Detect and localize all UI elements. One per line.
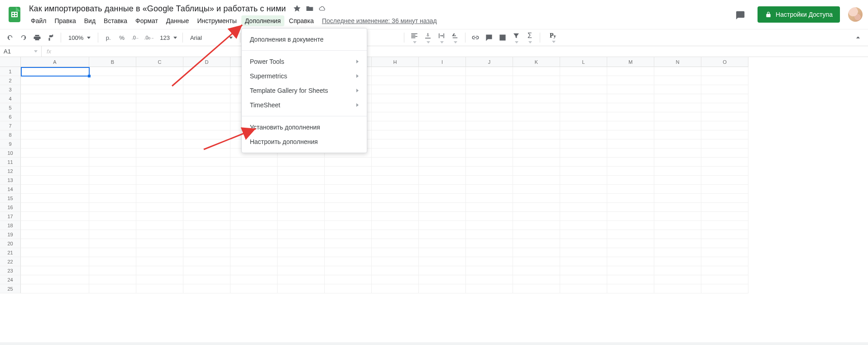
cell[interactable] <box>419 67 466 76</box>
cell[interactable] <box>21 221 89 230</box>
cell[interactable] <box>419 248 466 257</box>
cell[interactable] <box>89 221 136 230</box>
row-header[interactable]: 3 <box>0 85 21 94</box>
cell[interactable] <box>466 266 513 275</box>
cell[interactable] <box>183 76 230 85</box>
cell[interactable] <box>654 139 701 149</box>
cell[interactable] <box>701 203 748 212</box>
cell[interactable] <box>607 149 654 158</box>
cell[interactable] <box>466 149 513 158</box>
dd-doc-addons[interactable]: Дополнения в документе <box>242 32 367 47</box>
cell[interactable] <box>701 239 748 248</box>
cell[interactable] <box>701 257 748 266</box>
cell[interactable] <box>654 239 701 248</box>
cell[interactable] <box>560 248 607 257</box>
cell[interactable] <box>372 85 419 94</box>
row-header[interactable]: 11 <box>0 158 21 167</box>
cell[interactable] <box>607 94 654 103</box>
cell[interactable] <box>325 212 372 221</box>
cell[interactable] <box>136 149 183 158</box>
cell[interactable] <box>278 221 325 230</box>
cell[interactable] <box>513 176 560 185</box>
cell[interactable] <box>466 257 513 266</box>
cell[interactable] <box>607 158 654 167</box>
cell[interactable] <box>136 158 183 167</box>
cell[interactable] <box>607 76 654 85</box>
cell[interactable] <box>136 230 183 239</box>
cell[interactable] <box>278 167 325 176</box>
cell[interactable] <box>230 176 278 185</box>
dd-addon-timesheet[interactable]: TimeSheet <box>242 98 367 112</box>
column-header[interactable]: D <box>183 57 230 67</box>
row-header[interactable]: 19 <box>0 230 21 239</box>
text-rotation-button[interactable] <box>449 31 461 44</box>
cell[interactable] <box>513 167 560 176</box>
comments-button[interactable] <box>731 5 749 24</box>
cell[interactable] <box>89 248 136 257</box>
cell[interactable] <box>701 85 748 94</box>
cell[interactable] <box>183 130 230 139</box>
cell[interactable] <box>513 284 560 293</box>
cell[interactable] <box>654 257 701 266</box>
cell[interactable] <box>654 76 701 85</box>
cell[interactable] <box>654 158 701 167</box>
cell[interactable] <box>325 203 372 212</box>
cell[interactable] <box>513 185 560 194</box>
cell[interactable] <box>89 94 136 103</box>
cell[interactable] <box>513 121 560 130</box>
cell[interactable] <box>466 103 513 112</box>
cell[interactable] <box>278 239 325 248</box>
cell[interactable] <box>372 112 419 121</box>
cell[interactable] <box>136 176 183 185</box>
zoom-select[interactable]: 100% <box>65 32 94 43</box>
cell[interactable] <box>654 167 701 176</box>
cell[interactable] <box>701 284 748 293</box>
cell[interactable] <box>419 266 466 275</box>
cell[interactable] <box>701 248 748 257</box>
insert-link-button[interactable] <box>469 31 482 44</box>
cell[interactable] <box>230 212 278 221</box>
column-header[interactable]: N <box>654 57 701 67</box>
cell[interactable] <box>419 176 466 185</box>
cell[interactable] <box>513 221 560 230</box>
cell[interactable] <box>466 112 513 121</box>
cell[interactable] <box>607 139 654 149</box>
cell[interactable] <box>701 158 748 167</box>
cell[interactable] <box>372 239 419 248</box>
cell[interactable] <box>89 212 136 221</box>
cell[interactable] <box>230 230 278 239</box>
cell[interactable] <box>372 158 419 167</box>
row-header[interactable]: 14 <box>0 185 21 194</box>
cell[interactable] <box>607 221 654 230</box>
cell[interactable] <box>607 85 654 94</box>
cell[interactable] <box>183 149 230 158</box>
filter-button[interactable] <box>510 31 523 44</box>
cell[interactable] <box>325 158 372 167</box>
cell[interactable] <box>513 139 560 149</box>
selection-handle[interactable] <box>88 75 91 77</box>
cell[interactable] <box>701 212 748 221</box>
cell[interactable] <box>89 112 136 121</box>
cell[interactable] <box>230 221 278 230</box>
cell[interactable] <box>21 158 89 167</box>
cell[interactable] <box>278 185 325 194</box>
cell[interactable] <box>136 239 183 248</box>
cell[interactable] <box>560 103 607 112</box>
cell[interactable] <box>466 221 513 230</box>
cell[interactable] <box>21 85 89 94</box>
cell[interactable] <box>466 67 513 76</box>
column-header[interactable]: L <box>560 57 607 67</box>
cell[interactable] <box>560 139 607 149</box>
cell[interactable] <box>419 212 466 221</box>
column-header[interactable]: B <box>89 57 136 67</box>
cell[interactable] <box>466 130 513 139</box>
row-header[interactable]: 17 <box>0 212 21 221</box>
cell[interactable] <box>607 185 654 194</box>
menu-view[interactable]: Вид <box>81 15 99 26</box>
cell[interactable] <box>654 194 701 203</box>
cell[interactable] <box>372 185 419 194</box>
cell[interactable] <box>466 239 513 248</box>
cell[interactable] <box>278 284 325 293</box>
cell[interactable] <box>701 176 748 185</box>
cell[interactable] <box>325 230 372 239</box>
